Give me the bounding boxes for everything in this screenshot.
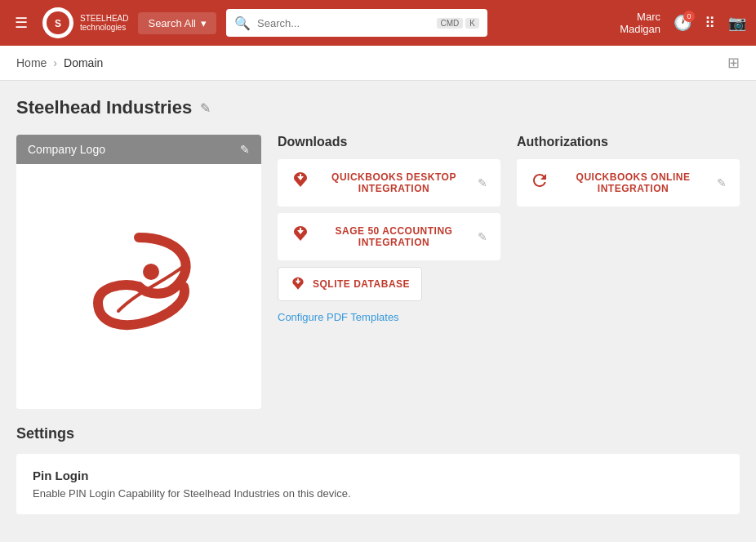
sqlite-button[interactable]: SQLITE DATABASE [278,267,422,301]
bookmark-icon[interactable]: ⊞ [727,54,740,72]
right-section: Downloads QUICKBOOKS DESKTOPINTEGRATION … [278,135,740,409]
search-all-button[interactable]: Search All ▾ [138,12,216,34]
sage-50-label: SAGE 50 ACCOUNTING INTEGRATION [320,225,468,248]
camera-icon[interactable]: 📷 [728,14,746,32]
quickbooks-online-label: QUICKBOOKS ONLINE INTEGRATION [559,171,707,194]
page-title-row: Steelhead Industries ✎ [16,97,740,118]
pin-login-card: Pin Login Enable PIN Login Capability fo… [16,454,740,514]
configure-pdf-link[interactable]: Configure PDF Templates [278,311,399,323]
authorizations-section: Authorizations QUICKBOOKS ONLINE INTEGRA… [517,135,740,324]
quickbooks-desktop-card[interactable]: QUICKBOOKS DESKTOPINTEGRATION ✎ [278,159,500,207]
authorizations-title: Authorizations [517,135,740,149]
page-title-edit-icon[interactable]: ✎ [200,100,211,116]
company-logo-card: Company Logo ✎ [16,135,261,409]
sections-row: Downloads QUICKBOOKS DESKTOPINTEGRATION … [278,135,740,324]
menu-icon[interactable]: ☰ [10,9,33,37]
breadcrumb-current: Domain [64,56,103,69]
sage-50-edit-icon[interactable]: ✎ [478,230,487,243]
grid-icon[interactable]: ⠿ [705,14,715,32]
search-icon: 🔍 [234,16,251,31]
breadcrumb: Home › Domain ⊞ [0,46,756,81]
sage-50-card[interactable]: SAGE 50 ACCOUNTING INTEGRATION ✎ [278,213,500,260]
page-title: Steelhead Industries [16,97,192,118]
logo-circle: S [42,7,73,38]
header-right: Marc Madigan 🕐 0 ⠿ 📷 [620,11,746,35]
download-icon-sage [291,224,310,249]
search-bar: 🔍 CMD K [226,9,487,37]
breadcrumb-separator: › [53,56,57,69]
logo-area: S STEELHEAD technologies [42,7,128,38]
svg-text:S: S [55,18,61,29]
pin-login-title: Pin Login [33,469,723,482]
header: ☰ S STEELHEAD technologies Search All ▾ … [0,0,756,46]
search-input[interactable] [257,17,430,29]
company-logo-label: Company Logo [28,143,105,156]
breadcrumb-home[interactable]: Home [16,56,47,69]
quickbooks-desktop-label: QUICKBOOKS DESKTOPINTEGRATION [320,171,468,194]
downloads-section: Downloads QUICKBOOKS DESKTOPINTEGRATION … [278,135,500,324]
logo-card-body [16,164,261,409]
download-icon-qbd [291,171,310,195]
main-content: Steelhead Industries ✎ Company Logo ✎ [0,81,756,542]
steelhead-logo [73,221,204,352]
clock-icon[interactable]: 🕐 0 [674,14,692,32]
chevron-down-icon: ▾ [201,17,207,29]
quickbooks-desktop-edit-icon[interactable]: ✎ [478,176,487,189]
pin-login-description: Enable PIN Login Capability for Steelhea… [33,487,723,500]
content-row: Company Logo ✎ [16,135,740,409]
logo-card-header: Company Logo ✎ [16,135,261,164]
settings-section: Settings Pin Login Enable PIN Login Capa… [16,425,740,514]
brand-name: STEELHEAD technologies [80,14,128,32]
search-shortcut: CMD K [437,18,479,29]
user-name: Marc Madigan [620,11,660,35]
downloads-title: Downloads [278,135,500,149]
refresh-icon-qbo [530,171,549,195]
logo-card-edit-icon[interactable]: ✎ [240,143,250,156]
settings-title: Settings [16,425,740,442]
quickbooks-online-edit-icon[interactable]: ✎ [717,176,727,189]
sqlite-icon [290,276,306,292]
quickbooks-online-card[interactable]: QUICKBOOKS ONLINE INTEGRATION ✎ [517,159,740,207]
svg-point-2 [143,264,159,280]
